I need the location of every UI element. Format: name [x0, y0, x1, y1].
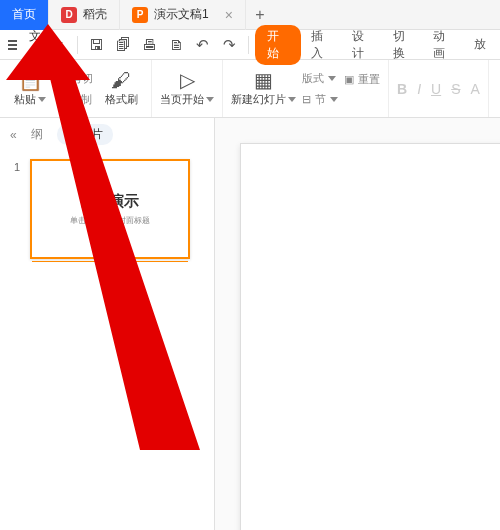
slide-canvas[interactable]	[240, 143, 500, 530]
thumbnail-canvas: 空 演示 单击输入您的封面标题	[30, 159, 190, 259]
layout-stack: 版式 ⊟ 节	[302, 71, 338, 107]
format-painter-icon: 🖌	[111, 70, 131, 90]
panel-tabs: « 纲 幻灯片	[0, 118, 214, 151]
chevron-down-icon	[328, 76, 336, 81]
separator	[248, 36, 249, 54]
add-tab-button[interactable]: +	[246, 6, 274, 24]
export-icon[interactable]: 🗎	[164, 36, 189, 53]
slide-number: 1	[14, 159, 20, 259]
ribbon-toolbar: 📋 粘贴 ✂ 剪切 ⧉ 复制 🖌 格式刷 ▷ 当页开始 ▦ 新建幻灯片 版式 ⊟…	[0, 60, 500, 118]
spacer	[344, 93, 347, 105]
slide-thumbnail-1[interactable]: 1 空 演示 单击输入您的封面标题	[14, 159, 200, 259]
underline-button[interactable]: U	[431, 81, 441, 97]
reset-stack: ▣ 重置	[344, 72, 380, 105]
new-slide-button[interactable]: ▦ 新建幻灯片	[231, 70, 296, 107]
layout-button[interactable]: 版式	[302, 71, 336, 86]
redo-icon[interactable]: ↷	[217, 36, 242, 54]
document-tab-bar: 首页 D 稻壳 P 演示文稿1 × +	[0, 0, 500, 30]
menu-play[interactable]: 放	[466, 36, 494, 53]
format-painter-label: 格式刷	[105, 92, 138, 107]
panel-tab-outline[interactable]: 纲	[31, 126, 43, 143]
chevron-down-icon	[330, 97, 338, 102]
start-label: 当页开始	[160, 92, 204, 107]
start-from-current-button[interactable]: ▷ 当页开始	[160, 70, 214, 107]
menu-animation[interactable]: 动画	[425, 28, 464, 62]
italic-button[interactable]: I	[417, 81, 421, 97]
presentation-icon: P	[132, 7, 148, 23]
workspace: « 纲 幻灯片 1 空 演示 单击输入您的封面标题	[0, 118, 500, 530]
panel-tab-slides[interactable]: 幻灯片	[57, 124, 113, 145]
new-slide-icon: ▦	[254, 70, 273, 90]
play-icon: ▷	[180, 70, 195, 90]
new-slide-label: 新建幻灯片	[231, 92, 286, 107]
print-icon[interactable]: 🖶	[138, 36, 163, 53]
slide-thumbnails: 1 空 演示 单击输入您的封面标题	[0, 151, 214, 267]
section-button[interactable]: ⊟ 节	[302, 92, 338, 107]
format-painter-button[interactable]: 🖌 格式刷	[99, 70, 143, 107]
chevron-down-icon	[38, 97, 46, 102]
paste-label: 粘贴	[14, 92, 36, 107]
thumb-title: 空 演示	[81, 192, 139, 211]
slideshow-group: ▷ 当页开始	[152, 60, 223, 117]
tab-label: 首页	[12, 6, 36, 23]
paste-button[interactable]: 📋 粘贴	[8, 70, 52, 107]
menu-transition[interactable]: 切换	[385, 28, 424, 62]
bold-button[interactable]: B	[397, 81, 407, 97]
font-color-button[interactable]: A	[470, 81, 479, 97]
thumb-subtitle: 单击输入您的封面标题	[70, 215, 150, 226]
tab-document[interactable]: P 演示文稿1 ×	[120, 0, 246, 30]
reset-button[interactable]: ▣ 重置	[344, 72, 380, 87]
slides-group: ▦ 新建幻灯片 版式 ⊟ 节 ▣ 重置	[223, 60, 389, 117]
separator	[77, 36, 78, 54]
canvas-area	[215, 118, 500, 530]
undo-icon[interactable]: ↶	[191, 36, 216, 54]
chevron-down-icon	[206, 97, 214, 102]
text-format-tools: B I U S A	[397, 81, 480, 97]
tab-label: 稻壳	[83, 6, 107, 23]
chevron-down-icon	[288, 97, 296, 102]
copy-button[interactable]: ⧉ 复制	[58, 92, 92, 107]
font-group: B I U S A	[389, 60, 489, 117]
hamburger-icon[interactable]	[6, 38, 19, 52]
print-preview-icon[interactable]: 🗐	[111, 36, 136, 53]
menu-start[interactable]: 开始	[255, 25, 302, 65]
file-menu-button[interactable]: 文件	[21, 26, 71, 64]
tab-label: 演示文稿1	[154, 6, 209, 23]
collapse-panel-icon[interactable]: «	[10, 128, 17, 142]
close-icon[interactable]: ×	[225, 7, 233, 23]
menu-insert[interactable]: 插入	[303, 28, 342, 62]
menu-design[interactable]: 设计	[344, 28, 383, 62]
thumb-underline	[32, 261, 188, 263]
strike-button[interactable]: S	[451, 81, 460, 97]
quick-access-bar: 文件 🖫 🗐 🖶 🗎 ↶ ↷ 开始 插入 设计 切换 动画 放	[0, 30, 500, 60]
slide-panel: « 纲 幻灯片 1 空 演示 单击输入您的封面标题	[0, 118, 215, 530]
cut-button[interactable]: ✂ 剪切	[58, 71, 93, 86]
save-icon[interactable]: 🖫	[84, 36, 109, 53]
daoqiao-icon: D	[61, 7, 77, 23]
paste-icon: 📋	[18, 70, 43, 90]
clipboard-small: ✂ 剪切 ⧉ 复制	[58, 71, 93, 107]
chevron-down-icon	[55, 42, 63, 47]
file-label: 文件	[29, 28, 51, 62]
clipboard-group: 📋 粘贴 ✂ 剪切 ⧉ 复制 🖌 格式刷	[0, 60, 152, 117]
